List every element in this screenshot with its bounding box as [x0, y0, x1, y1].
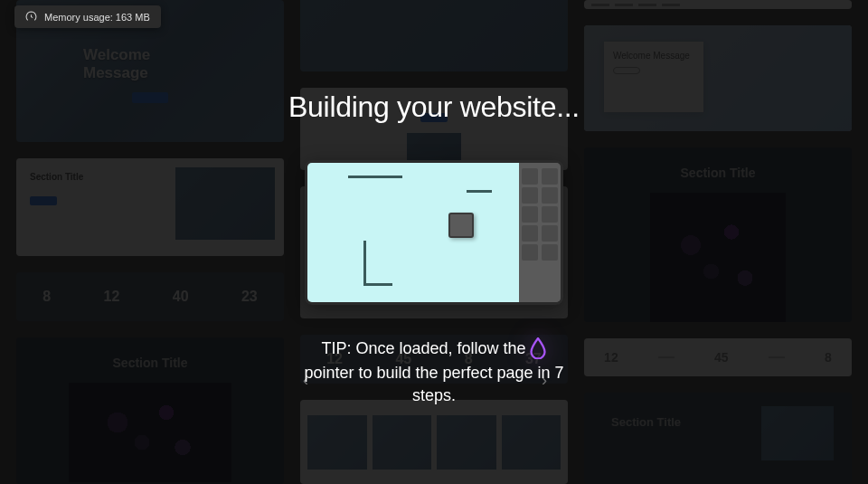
loading-overlay: Building your website... TIP: Once loade… [0, 0, 868, 484]
carousel-next-arrow[interactable]: › [542, 371, 547, 390]
loading-tip-text: TIP: Once loaded, follow the pointer to … [289, 337, 579, 406]
animation-draggable-block [448, 213, 474, 238]
loading-title: Building your website... [288, 90, 580, 124]
animation-canvas-area [307, 163, 519, 302]
memory-usage-text: Memory usage: 163 MB [44, 12, 150, 23]
memory-usage-badge: Memory usage: 163 MB [14, 5, 161, 28]
animation-sidebar-palette [519, 163, 561, 302]
loading-animation [305, 160, 563, 305]
tip-text-after: pointer to build the perfect page in 7 s… [289, 362, 579, 406]
speedometer-icon [25, 11, 37, 23]
carousel-prev-arrow[interactable]: ‹ [303, 371, 308, 390]
droplet-pointer-icon [529, 337, 547, 359]
tip-text-before: TIP: Once loaded, follow the [321, 337, 525, 359]
